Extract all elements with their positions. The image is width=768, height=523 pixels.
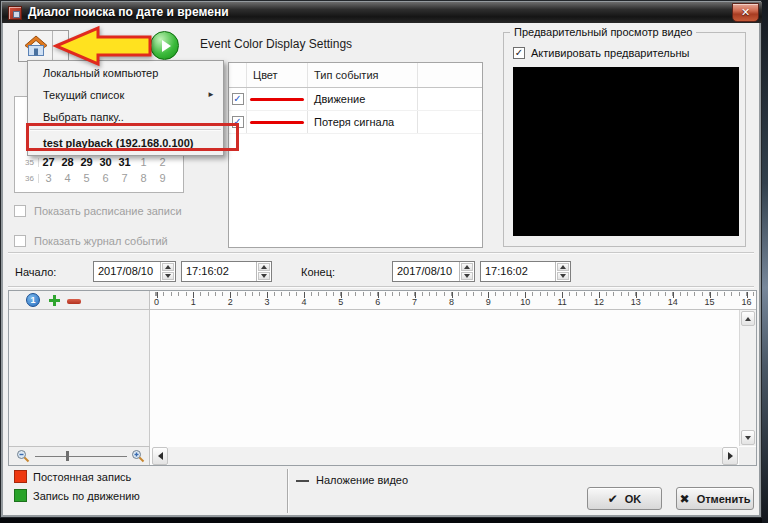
option-checkbox[interactable]: [14, 205, 26, 217]
overlay-line-icon: [296, 480, 309, 482]
event-empty-cell: [418, 111, 482, 133]
titlebar[interactable]: Диалог поиска по дате и времени ✕: [2, 2, 762, 23]
calendar-day[interactable]: 28: [58, 156, 77, 168]
play-button[interactable]: [150, 31, 179, 60]
start-date-spinner[interactable]: [160, 262, 175, 281]
separator: [8, 286, 754, 288]
ruler-number: 13: [631, 297, 641, 307]
end-date-spinner[interactable]: [459, 262, 474, 281]
legend-label: Постоянная запись: [33, 471, 131, 483]
ok-label: OK: [625, 493, 642, 505]
zoom-in-icon[interactable]: [131, 449, 145, 465]
preview-groupbox: Предварительный просмотр видео ✓ Активир…: [503, 32, 746, 247]
remove-icon[interactable]: [67, 299, 81, 304]
left-options: Показать расписание записиПоказать журна…: [14, 205, 182, 265]
legend-item: Постоянная запись: [14, 470, 140, 483]
home-icon[interactable]: [19, 31, 52, 61]
event-empty-cell: [418, 88, 482, 110]
highlight-rectangle: [26, 123, 239, 151]
scroll-up-icon[interactable]: [741, 311, 755, 326]
event-checkbox-cell: ✓: [229, 88, 247, 110]
zoom-slider-thumb[interactable]: [66, 451, 69, 461]
desktop-background: [762, 0, 768, 523]
ruler-number: 16: [741, 297, 751, 307]
ruler-number: 2: [228, 297, 233, 307]
vertical-scrollbar[interactable]: [739, 310, 756, 446]
submenu-arrow-icon: ►: [207, 84, 215, 106]
calendar-day[interactable]: 9: [153, 172, 172, 184]
calendar-day[interactable]: 30: [96, 156, 115, 168]
end-date-field[interactable]: 2017/08/10: [392, 261, 475, 282]
scroll-right-icon[interactable]: [722, 447, 738, 465]
cancel-button[interactable]: ✖ Отменить: [676, 487, 754, 510]
header-type: Тип события: [308, 63, 418, 87]
close-button[interactable]: ✕: [732, 3, 759, 22]
preview-checkbox[interactable]: ✓: [513, 47, 525, 59]
event-color-line: [250, 121, 304, 124]
timeline-header-left: 1: [9, 291, 150, 310]
menu-item[interactable]: Текущий список►: [28, 84, 223, 106]
add-icon[interactable]: [48, 294, 61, 309]
preview-enable-row[interactable]: ✓ Активировать предварительны: [513, 47, 689, 59]
menu-item-label: Текущий список: [43, 89, 124, 101]
option-checkbox[interactable]: [14, 235, 26, 247]
ruler-number: 0: [154, 297, 159, 307]
end-time-field[interactable]: 17:16:02: [480, 261, 571, 282]
calendar-day[interactable]: 27: [39, 156, 58, 168]
zoom-slider-track[interactable]: [35, 456, 127, 457]
calendar-day[interactable]: 29: [77, 156, 96, 168]
start-date-field[interactable]: 2017/08/10: [93, 261, 176, 282]
preview-group-title: Предварительный просмотр видео: [510, 26, 696, 38]
event-color-table: Цвет Тип события ✓Движение✓Потеря сигнал…: [228, 62, 483, 248]
calendar-day[interactable]: 7: [115, 172, 134, 184]
calendar-day[interactable]: 1: [134, 156, 153, 168]
calendar-week-row: 35272829303112: [17, 154, 181, 170]
overlay-label: Наложение видео: [316, 474, 408, 486]
calendar-day[interactable]: 5: [77, 172, 96, 184]
option-row[interactable]: Показать расписание записи: [14, 205, 182, 217]
calendar-day[interactable]: 6: [96, 172, 115, 184]
horizontal-scrollbar[interactable]: [168, 447, 722, 465]
header-color: Цвет: [247, 63, 308, 87]
event-checkbox[interactable]: ✓: [232, 93, 244, 105]
calendar-day[interactable]: 3: [39, 172, 58, 184]
ruler-number: 3: [265, 297, 270, 307]
channel-badge: 1: [26, 293, 40, 307]
calendar-week-number: 36: [17, 174, 39, 183]
legend-color-swatch: [14, 489, 27, 502]
timeline-track-area[interactable]: [150, 310, 739, 446]
start-time-field[interactable]: 17:16:02: [181, 261, 272, 282]
end-label: Конец:: [301, 266, 335, 278]
scrollbar-corner: [739, 447, 756, 465]
zoom-out-icon[interactable]: [16, 449, 30, 465]
start-label: Начало:: [15, 266, 56, 278]
event-table-row: ✓Движение: [229, 88, 482, 111]
event-table-row: ✓Потеря сигнала: [229, 111, 482, 134]
scroll-left-icon[interactable]: [152, 447, 168, 465]
end-date-value: 2017/08/10: [397, 265, 452, 277]
cancel-label: Отменить: [697, 493, 751, 505]
ruler-number: 8: [449, 297, 454, 307]
table-header-row: Цвет Тип события: [229, 63, 482, 88]
calendar-day[interactable]: 8: [134, 172, 153, 184]
ok-button[interactable]: ✔ OK: [587, 487, 662, 510]
timeline-ruler[interactable]: 012345678910111213141516: [150, 291, 756, 310]
event-color-line: [250, 98, 304, 101]
ruler-number: 10: [520, 297, 530, 307]
end-time-spinner[interactable]: [555, 262, 570, 281]
calendar-day[interactable]: 31: [115, 156, 134, 168]
start-time-spinner[interactable]: [256, 262, 271, 281]
calendar-day[interactable]: 2: [153, 156, 172, 168]
event-color-cell[interactable]: [247, 88, 308, 110]
calendar-day[interactable]: 4: [58, 172, 77, 184]
legend-label: Запись по движению: [33, 490, 140, 502]
zoom-slider-area: [9, 446, 150, 465]
start-time-value: 17:16:02: [186, 265, 229, 277]
legend-item: Запись по движению: [14, 489, 140, 502]
event-color-cell[interactable]: [247, 111, 308, 133]
x-icon: ✖: [680, 492, 690, 506]
scroll-down-icon[interactable]: [741, 430, 755, 445]
legend-color-swatch: [14, 470, 27, 483]
option-row[interactable]: Показать журнал событий: [14, 235, 182, 247]
check-icon: ✔: [608, 492, 618, 506]
